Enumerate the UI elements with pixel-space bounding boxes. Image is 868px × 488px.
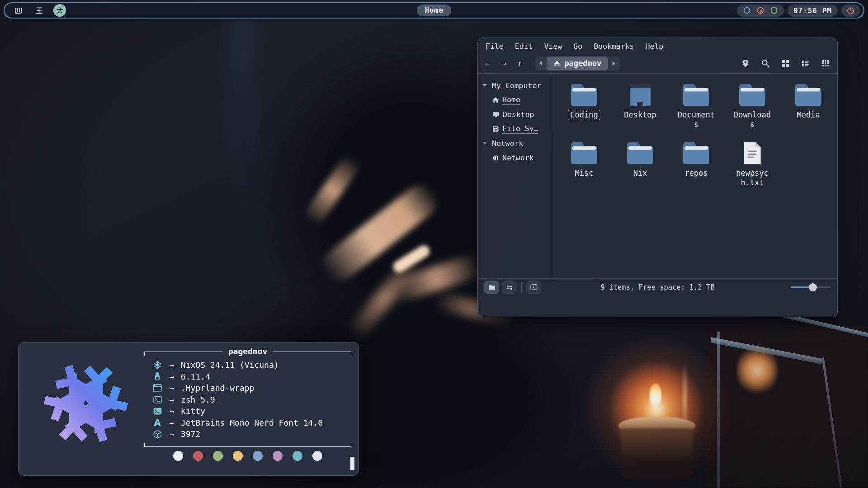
info-row-os: → NixOS 24.11 (Vicuna) (151, 359, 351, 371)
wallpaper-hair-strand (302, 153, 362, 227)
palette-dot (292, 451, 302, 461)
sidebar-section-network[interactable]: Network (478, 136, 553, 150)
text-file-icon (742, 141, 763, 165)
zoom-slider[interactable] (791, 283, 831, 291)
sidebar-item-label: Home (502, 95, 520, 105)
workspace-5[interactable] (33, 4, 45, 17)
tree-view-toggle-button[interactable] (502, 281, 517, 294)
path-scroll-right-button[interactable] (608, 56, 620, 70)
file-item-nix[interactable]: Nix (612, 141, 668, 188)
file-item-misc[interactable]: Misc (556, 141, 612, 188)
terminal-color-palette (144, 451, 351, 461)
sidebar-item-network[interactable]: Network (478, 150, 553, 165)
kanji-six-icon (56, 6, 64, 15)
statusbar: 9 items, Free space: 1.2 TB (478, 278, 837, 296)
menu-file[interactable]: File (486, 42, 504, 51)
menu-bookmarks[interactable]: Bookmarks (594, 42, 634, 51)
location-pin-button[interactable] (742, 59, 749, 68)
wm-window-icon (151, 384, 163, 392)
zoom-slider-handle[interactable] (809, 283, 817, 291)
palette-dot (233, 451, 243, 461)
fastfetch-info-box: pagedmov → NixOS 24.11 (Vicuna) → 6.11.4 (144, 352, 351, 447)
bar-right-modules: 07:56 PM (737, 5, 863, 17)
power-button[interactable] (841, 5, 860, 17)
path-scroll-left-button[interactable] (535, 56, 547, 70)
drive-icon (492, 126, 499, 132)
terminal-value: kitty (181, 406, 205, 416)
os-value: NixOS 24.11 (Vicuna) (181, 360, 279, 370)
toolbar: ← → ↑ pagedmov (478, 53, 837, 74)
icon-view-toggle-button[interactable] (484, 281, 499, 294)
info-row-shell: → zsh 5.9 (151, 394, 351, 406)
menu-help[interactable]: Help (646, 42, 664, 51)
statusbar-separator (521, 282, 522, 293)
status-bar: Home 07:56 PM (4, 2, 864, 19)
tray-indicators[interactable] (737, 5, 784, 17)
file-item-coding[interactable]: Coding (556, 83, 612, 130)
forward-button[interactable]: → (501, 58, 506, 68)
font-value: JetBrains Mono Nerd Font 14.0 (181, 418, 323, 427)
menu-view[interactable]: View (544, 42, 562, 51)
clock[interactable]: 07:56 PM (788, 5, 838, 17)
menu-go[interactable]: Go (573, 42, 582, 51)
terminal-cursor[interactable] (350, 457, 354, 470)
folder-icon (682, 141, 711, 165)
workspace-6-active[interactable] (53, 4, 66, 17)
file-name: Coding (568, 110, 600, 120)
menu-edit[interactable]: Edit (515, 42, 533, 51)
file-name: Nix (631, 168, 650, 178)
icon-view-button[interactable] (782, 60, 789, 67)
compact-view-button[interactable] (822, 60, 829, 67)
info-row-terminal: → kitty (151, 405, 351, 417)
arrow: → (170, 418, 175, 427)
wallpaper-beam (710, 337, 822, 364)
file-item-documents[interactable]: Documents (668, 83, 724, 130)
wallpaper-wood-structure (705, 325, 868, 488)
menubar: File Edit View Go Bookmarks Help (478, 38, 837, 53)
home-icon (553, 60, 561, 67)
file-item-media[interactable]: Media (780, 83, 836, 130)
sidebar-item-label: File Sy… (502, 124, 538, 134)
back-button[interactable]: ← (485, 58, 490, 68)
wallpaper-candle-flame (650, 383, 661, 407)
workspace-4[interactable] (12, 4, 24, 17)
file-item-desktop[interactable]: Desktop (612, 83, 668, 130)
palette-dot (193, 451, 203, 461)
path-segment-home[interactable]: pagedmov (547, 56, 608, 70)
sidebar-item-desktop[interactable]: Desktop (478, 107, 553, 122)
file-item-repos[interactable]: repos (668, 141, 724, 188)
side-pane-toggle-button[interactable] (526, 281, 541, 294)
sidebar-item-home[interactable]: Home (478, 93, 553, 107)
list-view-button[interactable] (802, 60, 810, 67)
folder-icon (738, 83, 767, 107)
active-window-title[interactable]: Home (417, 5, 452, 16)
file-name: Desktop (622, 110, 659, 120)
sidebar-section-label: Network (492, 139, 524, 148)
power-icon (846, 6, 855, 15)
up-button[interactable]: ↑ (517, 58, 522, 68)
search-button[interactable] (761, 59, 769, 67)
file-view: Coding Desktop Documents Downloads (553, 74, 837, 278)
sidebar-section-label: My Computer (492, 81, 541, 90)
wallpaper-hair-highlight (391, 243, 432, 275)
file-item-downloads[interactable]: Downloads (724, 83, 780, 130)
shell-prompt-icon (151, 396, 163, 404)
shell-value: zsh 5.9 (181, 395, 215, 404)
file-item-newpsych-txt[interactable]: newpsych.txt (724, 141, 780, 188)
info-row-font: A → JetBrains Mono Nerd Font 14.0 (151, 417, 351, 429)
palette-dot (253, 451, 263, 461)
folder-icon (682, 83, 711, 107)
kernel-penguin-icon (151, 372, 163, 381)
wallpaper-hair-strand (387, 253, 485, 304)
folder-icon (570, 141, 599, 165)
circle-orange-pie-icon (756, 6, 764, 14)
packages-value: 3972 (181, 429, 200, 439)
info-row-wm: → .Hyprland-wrapp (151, 382, 351, 394)
wallpaper-hair-strand (345, 254, 423, 342)
sidebar-section-my-computer[interactable]: My Computer (478, 78, 553, 93)
globe-icon (492, 155, 499, 161)
sidebar-item-filesystem[interactable]: File Sy… (478, 122, 553, 136)
wallpaper-candle-base (622, 428, 692, 478)
clock-text: 07:56 PM (793, 6, 832, 15)
collapse-caret-icon (482, 142, 487, 145)
